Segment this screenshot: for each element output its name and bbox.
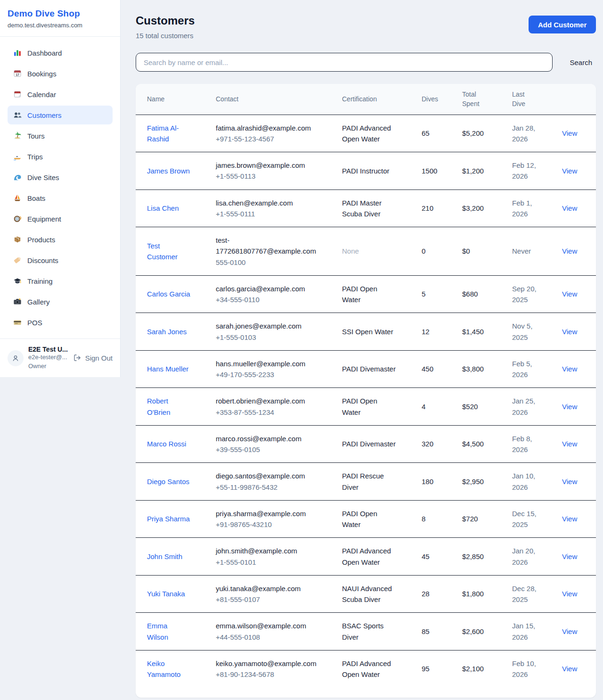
sidebar-item-dashboard[interactable]: Dashboard (8, 43, 113, 62)
sidebar-item-label: Dive Sites (27, 173, 59, 181)
customer-phone: +1-555-0101 (216, 557, 316, 568)
customer-name-link[interactable]: Priya Sharma (147, 513, 190, 524)
customer-email: james.brown@example.com (216, 160, 316, 171)
table-header-row: NameContactCertificationDivesTotal Spent… (136, 84, 596, 115)
total-spent: $520 (462, 394, 512, 420)
total-spent: $1,450 (462, 319, 512, 345)
customer-name-link[interactable]: Test Customer (147, 240, 190, 263)
view-link[interactable]: View (562, 365, 577, 373)
sidebar-item-trips[interactable]: Trips (8, 147, 113, 166)
dives-count: 8 (422, 506, 462, 532)
view-link[interactable]: View (562, 204, 577, 212)
package-icon (13, 235, 22, 244)
customer-email: john.smith@example.com (216, 545, 316, 556)
view-link[interactable]: View (562, 129, 577, 137)
person-icon (11, 354, 20, 363)
customer-name-link[interactable]: Lisa Chen (147, 203, 179, 214)
view-link[interactable]: View (562, 290, 577, 298)
sidebar-item-products[interactable]: Products (8, 230, 113, 249)
view-link[interactable]: View (562, 247, 577, 255)
column-header: Contact (216, 89, 342, 109)
customer-name-link[interactable]: Fatima Al-Rashid (147, 123, 190, 145)
last-dive: Dec 28, 2025 (512, 583, 541, 605)
dives-count: 5 (422, 281, 462, 307)
view-link[interactable]: View (562, 627, 577, 635)
customer-name-link[interactable]: Diego Santos (147, 476, 189, 487)
customer-name-link[interactable]: Emma Wilson (147, 620, 190, 642)
customer-email: sarah.jones@example.com (216, 321, 316, 331)
certification: PADI Open Water (342, 508, 398, 530)
bar-chart-icon (13, 49, 22, 57)
sidebar-item-dive-sites[interactable]: Dive Sites (8, 168, 113, 187)
contact-cell: keiko.yamamoto@example.com+81-90-1234-56… (216, 651, 342, 688)
customer-email: test-1772681807767@example.com (216, 235, 316, 257)
customer-name-link[interactable]: Yuki Tanaka (147, 588, 185, 599)
certification: PADI Open Water (342, 395, 398, 418)
view-link[interactable]: View (562, 478, 577, 486)
sidebar-item-label: Products (27, 236, 55, 244)
customer-name-link[interactable]: Marco Rossi (147, 438, 186, 449)
certification: PADI Advanced Open Water (342, 545, 398, 568)
customer-phone: +81-555-0107 (216, 594, 316, 605)
column-header: Certification (342, 89, 422, 109)
customer-count: 15 total customers (136, 32, 195, 40)
sidebar-item-discounts[interactable]: Discounts (8, 251, 113, 270)
search-input[interactable] (136, 53, 553, 72)
view-link[interactable]: View (562, 552, 577, 560)
customer-name-link[interactable]: Sarah Jones (147, 326, 187, 337)
sidebar-item-tours[interactable]: Tours (8, 126, 113, 145)
view-link[interactable]: View (562, 665, 577, 673)
view-link[interactable]: View (562, 440, 577, 448)
search-button[interactable]: Search (566, 58, 596, 66)
sidebar-item-boats[interactable]: Boats (8, 189, 113, 207)
last-dive: Jan 28, 2026 (512, 123, 541, 145)
customer-name-link[interactable]: Keiko Yamamoto (147, 658, 190, 680)
sidebar-item-equipment[interactable]: Equipment (8, 209, 113, 228)
sidebar-item-label: Discounts (27, 256, 58, 264)
last-dive: Feb 12, 2026 (512, 160, 541, 182)
view-link[interactable]: View (562, 328, 577, 336)
contact-cell: priya.sharma@example.com+91-98765-43210 (216, 501, 342, 538)
add-customer-button[interactable]: Add Customer (529, 16, 596, 33)
sidebar-item-gallery[interactable]: Gallery (8, 292, 113, 311)
table-row: Diego Santosdiego.santos@example.com+55-… (136, 463, 596, 501)
total-spent: $1,200 (462, 158, 512, 184)
customer-name-link[interactable]: Hans Mueller (147, 363, 188, 374)
sidebar-item-training[interactable]: Training (8, 272, 113, 290)
last-dive: Jan 25, 2026 (512, 395, 541, 418)
sidebar-item-label: Gallery (27, 298, 50, 306)
table-row: Keiko Yamamotokeiko.yamamoto@example.com… (136, 651, 596, 688)
sidebar-item-calendar[interactable]: Calendar (8, 85, 113, 104)
view-link[interactable]: View (562, 403, 577, 411)
table-row: James Brownjames.brown@example.com+1-555… (136, 152, 596, 190)
customer-email: priya.sharma@example.com (216, 508, 316, 519)
customer-name-link[interactable]: John Smith (147, 551, 182, 562)
customer-phone: +1-555-0103 (216, 332, 316, 343)
sign-out-label: Sign Out (85, 354, 113, 362)
sidebar-item-bookings[interactable]: 17Bookings (8, 64, 113, 83)
customer-phone: +91-98765-43210 (216, 519, 316, 530)
user-role: Owner (28, 362, 69, 371)
search-bar: Search (136, 53, 596, 72)
user-meta: E2E Test U... e2e-tester@... Owner (28, 346, 69, 371)
sidebar-item-customers[interactable]: Customers (8, 106, 113, 124)
sidebar-item-pos[interactable]: POS (8, 313, 113, 332)
total-spent: $5,200 (462, 120, 512, 146)
sidebar-item-label: Dashboard (27, 49, 62, 57)
view-link[interactable]: View (562, 515, 577, 523)
contact-cell: diego.santos@example.com+55-11-99876-543… (216, 463, 342, 500)
page-title: Customers (136, 14, 195, 27)
total-spent: $4,500 (462, 431, 512, 457)
view-link[interactable]: View (562, 167, 577, 175)
certification: PADI Open Water (342, 283, 398, 305)
customer-name-link[interactable]: Robert O'Brien (147, 395, 190, 418)
sign-out-button[interactable]: Sign Out (73, 354, 113, 362)
certification: SSI Open Water (342, 326, 398, 337)
customer-name-link[interactable]: James Brown (147, 165, 190, 176)
sidebar-item-label: Training (27, 277, 53, 285)
dives-count: 65 (422, 120, 462, 146)
table-row: Robert O'Brienrobert.obrien@example.com+… (136, 388, 596, 426)
customer-phone: +353-87-555-1234 (216, 407, 316, 418)
customer-name-link[interactable]: Carlos Garcia (147, 288, 190, 299)
view-link[interactable]: View (562, 590, 577, 598)
